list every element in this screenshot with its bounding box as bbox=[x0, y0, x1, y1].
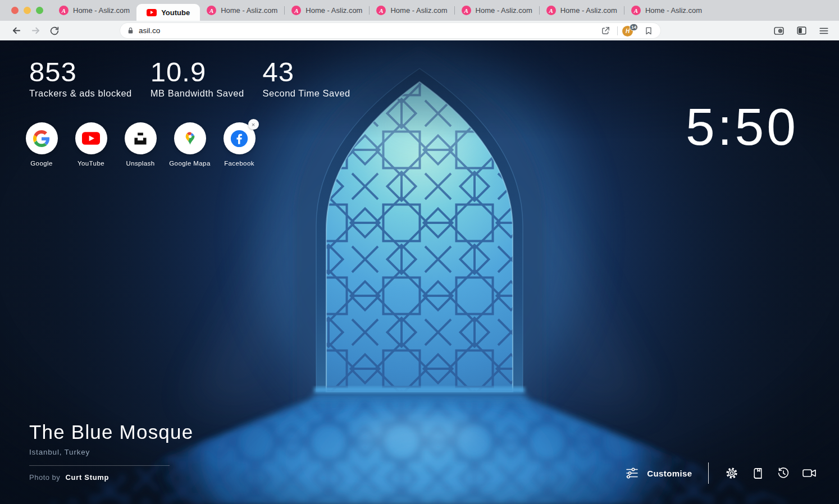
menu-button[interactable] bbox=[817, 24, 831, 38]
shortcut-label: YouTube bbox=[77, 160, 104, 167]
tab-label: Home - Asliz.com bbox=[645, 6, 702, 15]
page-viewport: 853 Trackers & ads blocked 10.9 MB Bandw… bbox=[0, 40, 839, 504]
history-clock-icon bbox=[777, 466, 790, 480]
wallpaper-info: The Blue Mosque Istanbul, Turkey Photo b… bbox=[29, 421, 193, 482]
asliz-favicon-icon: A bbox=[631, 6, 641, 15]
minimize-window-button[interactable] bbox=[24, 7, 31, 14]
hamburger-menu-icon bbox=[819, 27, 829, 35]
shortcut-youtube[interactable]: YouTube bbox=[66, 122, 116, 167]
settings-gear-icon bbox=[725, 466, 738, 480]
stat-value: 43 bbox=[263, 57, 350, 88]
shortcut-tile[interactable] bbox=[75, 122, 107, 154]
tab-label: Youtube bbox=[161, 8, 190, 17]
shortcut-tile[interactable]: × bbox=[224, 122, 256, 154]
tab-home-2[interactable]: A Home - Asliz.com bbox=[200, 0, 284, 21]
tab-label: Home - Asliz.com bbox=[221, 6, 277, 15]
sidebar-toggle-button[interactable] bbox=[794, 24, 809, 38]
asliz-favicon-icon: A bbox=[207, 6, 216, 15]
wallet-icon bbox=[773, 26, 785, 36]
stat-label: MB Bandwidth Saved bbox=[151, 88, 244, 99]
youtube-favicon-icon bbox=[147, 9, 157, 16]
lock-icon bbox=[127, 26, 134, 35]
shortcut-tile[interactable] bbox=[174, 122, 206, 154]
shortcut-label: Unsplash bbox=[126, 160, 154, 167]
shortcut-unsplash[interactable]: Unsplash bbox=[116, 122, 165, 167]
asliz-favicon-icon: A bbox=[376, 6, 386, 15]
customise-button[interactable]: Customise bbox=[624, 466, 692, 480]
tab-home-7[interactable]: A Home - Asliz.com bbox=[624, 0, 709, 21]
tab-label: Home - Asliz.com bbox=[560, 6, 617, 15]
video-button[interactable] bbox=[802, 466, 817, 480]
bookmark-icon bbox=[644, 26, 653, 35]
photo-credit-name[interactable]: Curt Stump bbox=[65, 473, 109, 482]
bookmarks-button[interactable] bbox=[750, 466, 765, 480]
wallpaper-subtitle: Istanbul, Turkey bbox=[29, 448, 193, 456]
history-button[interactable] bbox=[776, 466, 791, 480]
tab-home-3[interactable]: A Home - Asliz.com bbox=[285, 0, 369, 21]
browser-window: A Home - Asliz.com Youtube A Home - Asli… bbox=[0, 0, 839, 504]
bookmark-button[interactable] bbox=[641, 24, 656, 38]
remove-shortcut-button[interactable]: × bbox=[248, 119, 259, 130]
shortcut-google-maps[interactable]: Google Mapa bbox=[165, 122, 215, 167]
stat-label: Second Time Saved bbox=[263, 88, 350, 99]
stat-trackers-blocked: 853 Trackers & ads blocked bbox=[29, 57, 132, 99]
asliz-favicon-icon: A bbox=[59, 6, 69, 15]
rewards-button[interactable]: H 14 bbox=[622, 25, 637, 37]
photo-credit: Photo by Curt Stump bbox=[29, 473, 193, 482]
asliz-favicon-icon: A bbox=[291, 6, 301, 15]
wallet-button[interactable] bbox=[772, 24, 786, 38]
photo-credit-prefix: Photo by bbox=[29, 473, 60, 482]
tab-youtube-active[interactable]: Youtube bbox=[136, 4, 200, 21]
shortcut-tile[interactable] bbox=[125, 122, 157, 154]
maximize-window-button[interactable] bbox=[36, 7, 43, 14]
video-camera-icon bbox=[802, 467, 817, 479]
forward-button[interactable] bbox=[28, 24, 43, 38]
reload-button[interactable] bbox=[47, 24, 62, 38]
browser-toolbar: asil.co H 14 bbox=[0, 21, 839, 40]
url-bar[interactable]: asil.co H 14 bbox=[120, 23, 660, 38]
toolbar-right-cluster bbox=[772, 24, 839, 38]
shortcut-google[interactable]: Google bbox=[17, 122, 66, 167]
clock: 5:50 bbox=[686, 101, 799, 153]
tab-label: Home - Asliz.com bbox=[390, 6, 447, 15]
sliders-icon bbox=[624, 466, 640, 480]
shortcut-facebook[interactable]: × Facebook bbox=[215, 122, 264, 167]
rewards-count-badge: 14 bbox=[630, 24, 638, 31]
tab-home-5[interactable]: A Home - Asliz.com bbox=[455, 0, 539, 21]
stat-time-saved: 43 Second Time Saved bbox=[263, 57, 350, 99]
stat-value: 853 bbox=[29, 57, 132, 88]
stat-value: 10.9 bbox=[151, 57, 244, 88]
tab-label: Home - Asliz.com bbox=[73, 6, 130, 15]
tab-label: Home - Asliz.com bbox=[305, 6, 362, 15]
google-maps-icon bbox=[183, 131, 198, 146]
tab-home-1[interactable]: A Home - Asliz.com bbox=[52, 0, 136, 21]
footer-actions: Customise bbox=[624, 462, 817, 484]
shortcut-label: Facebook bbox=[224, 160, 254, 167]
shortcut-label: Google bbox=[30, 160, 52, 167]
footer-divider bbox=[708, 462, 709, 484]
shortcuts-row: Google YouTube Unsplash bbox=[17, 122, 264, 167]
bookmarks-book-icon bbox=[751, 467, 764, 480]
reload-icon bbox=[49, 26, 60, 36]
shortcut-tile[interactable] bbox=[26, 122, 58, 154]
divider bbox=[29, 465, 170, 466]
tab-home-6[interactable]: A Home - Asliz.com bbox=[540, 0, 624, 21]
back-button[interactable] bbox=[9, 24, 24, 38]
forward-arrow-icon bbox=[30, 25, 41, 36]
share-button[interactable] bbox=[598, 24, 613, 38]
tab-label: Home - Asliz.com bbox=[476, 6, 532, 15]
url-text: asil.co bbox=[139, 26, 160, 35]
settings-button[interactable] bbox=[724, 466, 739, 480]
shortcut-label: Google Mapa bbox=[169, 160, 210, 167]
unsplash-icon bbox=[133, 131, 148, 146]
asliz-favicon-icon: A bbox=[462, 6, 471, 15]
close-window-button[interactable] bbox=[11, 7, 19, 14]
wallpaper-title: The Blue Mosque bbox=[29, 421, 193, 443]
youtube-icon bbox=[82, 132, 100, 145]
tabs-container: A Home - Asliz.com Youtube A Home - Asli… bbox=[52, 0, 839, 21]
customise-label: Customise bbox=[647, 469, 692, 478]
facebook-icon bbox=[230, 130, 248, 148]
tab-home-4[interactable]: A Home - Asliz.com bbox=[370, 0, 454, 21]
window-controls bbox=[0, 7, 52, 14]
share-icon bbox=[601, 26, 610, 35]
